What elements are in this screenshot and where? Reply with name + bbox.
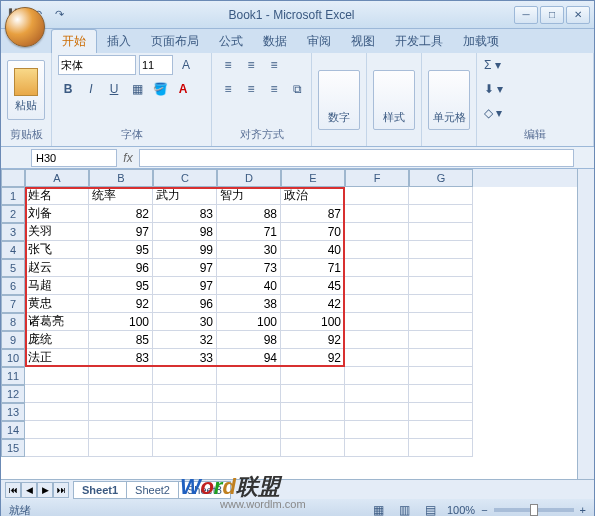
tab-data[interactable]: 数据 xyxy=(253,30,297,53)
cell[interactable]: 赵云 xyxy=(25,259,89,277)
sheet-nav-prev[interactable]: ◀ xyxy=(21,482,37,498)
cell[interactable] xyxy=(345,403,409,421)
col-header[interactable]: A xyxy=(25,169,89,187)
row-header[interactable]: 11 xyxy=(1,367,25,385)
cell[interactable]: 张飞 xyxy=(25,241,89,259)
cell[interactable] xyxy=(153,439,217,457)
zoom-out-button[interactable]: − xyxy=(481,504,487,516)
spreadsheet-grid[interactable]: 123456789101112131415 ABCDEFG 姓名统率武力智力政治… xyxy=(1,169,594,479)
row-header[interactable]: 3 xyxy=(1,223,25,241)
zoom-slider[interactable] xyxy=(494,508,574,512)
cell[interactable] xyxy=(281,439,345,457)
cell[interactable]: 98 xyxy=(153,223,217,241)
cell[interactable]: 73 xyxy=(217,259,281,277)
cell[interactable] xyxy=(25,421,89,439)
cell[interactable] xyxy=(409,313,473,331)
cell[interactable]: 95 xyxy=(89,277,153,295)
formula-input[interactable] xyxy=(139,149,574,167)
cell[interactable]: 45 xyxy=(281,277,345,295)
cell[interactable]: 40 xyxy=(281,241,345,259)
cell[interactable]: 100 xyxy=(89,313,153,331)
cell[interactable]: 姓名 xyxy=(25,187,89,205)
cell[interactable] xyxy=(153,403,217,421)
cell[interactable] xyxy=(25,439,89,457)
cell[interactable]: 92 xyxy=(281,349,345,367)
cell[interactable] xyxy=(345,187,409,205)
cell[interactable]: 30 xyxy=(217,241,281,259)
tab-addins[interactable]: 加载项 xyxy=(453,30,509,53)
sheet-tab-1[interactable]: Sheet1 xyxy=(73,481,127,499)
cell[interactable] xyxy=(89,439,153,457)
cell[interactable] xyxy=(409,403,473,421)
vertical-scrollbar[interactable] xyxy=(577,169,594,479)
cell[interactable] xyxy=(217,439,281,457)
merge-icon[interactable]: ⧉ xyxy=(287,79,307,99)
cell[interactable] xyxy=(153,385,217,403)
cell[interactable] xyxy=(89,385,153,403)
col-header[interactable]: D xyxy=(217,169,281,187)
cell[interactable] xyxy=(409,223,473,241)
cell[interactable]: 刘备 xyxy=(25,205,89,223)
cell[interactable]: 100 xyxy=(281,313,345,331)
view-normal-icon[interactable]: ▦ xyxy=(369,500,389,516)
row-header[interactable]: 9 xyxy=(1,331,25,349)
cell[interactable]: 95 xyxy=(89,241,153,259)
cell[interactable]: 92 xyxy=(89,295,153,313)
font-name-select[interactable] xyxy=(58,55,136,75)
redo-icon[interactable]: ↷ xyxy=(49,5,69,25)
row-header[interactable]: 12 xyxy=(1,385,25,403)
cell[interactable] xyxy=(409,421,473,439)
number-button[interactable]: 数字 xyxy=(318,70,360,130)
cell[interactable] xyxy=(217,367,281,385)
cell[interactable]: 97 xyxy=(89,223,153,241)
cell[interactable]: 政治 xyxy=(281,187,345,205)
tab-pagelayout[interactable]: 页面布局 xyxy=(141,30,209,53)
row-header[interactable]: 5 xyxy=(1,259,25,277)
cell[interactable]: 32 xyxy=(153,331,217,349)
cell[interactable] xyxy=(345,295,409,313)
cell[interactable] xyxy=(217,421,281,439)
tab-insert[interactable]: 插入 xyxy=(97,30,141,53)
cell[interactable] xyxy=(345,367,409,385)
cell[interactable] xyxy=(409,277,473,295)
col-header[interactable]: G xyxy=(409,169,473,187)
font-size-select[interactable] xyxy=(139,55,173,75)
cell[interactable]: 黄忠 xyxy=(25,295,89,313)
cell[interactable] xyxy=(345,439,409,457)
italic-button[interactable]: I xyxy=(81,79,101,99)
tab-view[interactable]: 视图 xyxy=(341,30,385,53)
fx-icon[interactable]: fx xyxy=(117,151,139,165)
col-header[interactable]: E xyxy=(281,169,345,187)
cell[interactable] xyxy=(345,331,409,349)
cell[interactable]: 97 xyxy=(153,277,217,295)
align-left-icon[interactable]: ≡ xyxy=(218,79,238,99)
cell[interactable] xyxy=(281,421,345,439)
cell[interactable]: 100 xyxy=(217,313,281,331)
select-all-corner[interactable] xyxy=(1,169,25,187)
row-header[interactable]: 6 xyxy=(1,277,25,295)
align-top-icon[interactable]: ≡ xyxy=(218,55,238,75)
cell[interactable]: 武力 xyxy=(153,187,217,205)
paste-button[interactable]: 粘贴 xyxy=(7,60,45,120)
tab-home[interactable]: 开始 xyxy=(51,29,97,53)
minimize-button[interactable]: ─ xyxy=(514,6,538,24)
cell[interactable]: 42 xyxy=(281,295,345,313)
office-button[interactable] xyxy=(5,7,45,47)
cell[interactable] xyxy=(409,205,473,223)
cell[interactable]: 智力 xyxy=(217,187,281,205)
cell[interactable] xyxy=(345,385,409,403)
cell[interactable]: 83 xyxy=(89,349,153,367)
cell[interactable] xyxy=(345,277,409,295)
cell[interactable]: 85 xyxy=(89,331,153,349)
col-header[interactable]: B xyxy=(89,169,153,187)
cell[interactable] xyxy=(345,421,409,439)
close-button[interactable]: ✕ xyxy=(566,6,590,24)
cell[interactable] xyxy=(89,367,153,385)
cell[interactable] xyxy=(345,241,409,259)
cell[interactable] xyxy=(281,385,345,403)
cell[interactable]: 94 xyxy=(217,349,281,367)
cell[interactable] xyxy=(409,385,473,403)
cell[interactable]: 70 xyxy=(281,223,345,241)
cell[interactable] xyxy=(409,367,473,385)
cell[interactable]: 关羽 xyxy=(25,223,89,241)
